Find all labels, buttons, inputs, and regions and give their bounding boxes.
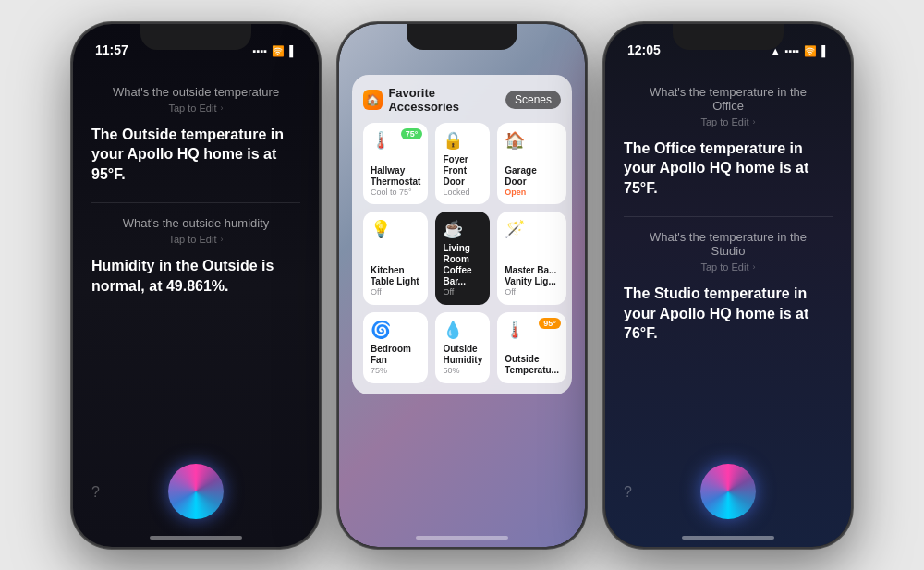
home-panel-header: 🏠 Favorite Accessories Scenes [363,86,561,114]
siri-help-3[interactable]: ? [624,484,632,501]
tile-badge-orange: 95° [539,318,561,329]
tile-outside-temp[interactable]: 95° 🌡️ OutsideTemperatu... [497,312,566,383]
siri-response-3: The Office temperature in your Apollo HQ… [624,139,833,199]
siri-tap-edit-4[interactable]: Tap to Edit › [624,261,833,273]
home-indicator-2[interactable] [416,536,508,540]
volume-up-button-2[interactable] [337,107,339,135]
status-bar-1: 11:57 ▪▪▪▪ 🛜 ▌ [73,24,319,63]
siri-orb-3 [700,464,756,519]
phone-2: 🏠 Favorite Accessories Scenes 75° 🌡️ Hal… [337,22,587,549]
tile-name-humidity: OutsideHumidity [443,344,482,366]
tile-status-humidity: 50% [443,366,482,376]
tile-coffee-bar[interactable]: ☕ Living RoomCoffee Bar... Off [435,212,490,305]
vanity-icon: 🪄 [505,219,559,239]
tile-garage-door[interactable]: 🏠 GarageDoor Open [497,123,566,205]
tile-vanity-light[interactable]: 🪄 Master Ba...Vanity Lig... Off [497,212,566,305]
phone-2-screen: 🏠 Favorite Accessories Scenes 75° 🌡️ Hal… [339,24,585,547]
tile-name-outside-temp: OutsideTemperatu... [505,354,559,376]
silent-switch[interactable] [71,181,73,218]
divider-3 [624,216,833,217]
tile-name-coffee: Living RoomCoffee Bar... [443,243,482,287]
tile-name-kitchen: KitchenTable Light [371,265,420,287]
volume-down-button-3[interactable] [603,144,605,172]
time-display-3: 12:05 [627,42,661,57]
chevron-right-icon: › [220,103,223,113]
siri-orb-ring [168,464,224,519]
signal-icon: ▪▪▪▪ [253,45,268,56]
status-bar-2 [339,24,585,63]
tile-name-fan: BedroomFan [371,344,420,366]
home-indicator-1[interactable] [150,536,242,540]
volume-up-button-3[interactable] [603,107,605,135]
scenes-button[interactable]: Scenes [505,91,561,109]
coffee-icon: ☕ [443,219,482,239]
home-indicator-3[interactable] [682,536,774,540]
tile-name-foyer: FoyerFront Door [443,154,482,188]
siri-help-1[interactable]: ? [91,484,100,501]
home-accessories-grid: 75° 🌡️ HallwayThermostat Cool to 75° 🔒 F… [363,123,561,383]
tile-foyer-door[interactable]: 🔒 FoyerFront Door Locked [435,123,490,205]
humidity-icon: 💧 [443,320,482,340]
chevron-right-icon-3: › [752,117,755,127]
tile-name-garage: GarageDoor [505,165,559,188]
wifi-icon-3: 🛜 [804,45,817,57]
chevron-right-icon-4: › [752,262,755,272]
volume-down-button-2[interactable] [337,144,339,172]
siri-tap-edit-2[interactable]: Tap to Edit › [91,234,300,245]
power-button-3[interactable] [851,126,853,181]
location-icon: ▲ [771,45,781,56]
siri-response-4: The Studio temperature in your Apollo HQ… [624,284,833,344]
power-button-2[interactable] [585,126,587,181]
siri-orb-1 [168,464,224,519]
siri-response-1: The Outside temperature in your Apollo H… [91,125,300,185]
volume-up-button[interactable] [71,107,73,135]
tile-name-vanity: Master Ba...Vanity Lig... [505,265,559,287]
home-panel-title: Favorite Accessories [388,86,505,114]
fan-icon: 🌀 [371,320,420,340]
home-title-wrap: 🏠 Favorite Accessories [363,86,505,114]
wifi-icon: 🛜 [272,45,285,57]
siri-orb-ring-3 [700,464,756,519]
siri-content-3: What's the temperature in theOffice Tap … [605,70,851,378]
siri-query-3: What's the temperature in theOffice [624,85,833,113]
garage-icon: 🏠 [505,130,559,151]
volume-down-button[interactable] [71,144,73,172]
tile-name-hallway: HallwayThermostat [371,165,420,188]
home-panel: 🏠 Favorite Accessories Scenes 75° 🌡️ Hal… [352,75,572,394]
light-icon: 💡 [371,219,420,239]
tile-status-hallway: Cool to 75° [371,188,420,198]
chevron-right-icon-2: › [220,235,223,244]
siri-query-4: What's the temperature in theStudio [624,230,833,258]
phone-1: 11:57 ▪▪▪▪ 🛜 ▌ What's the outside temper… [71,22,321,549]
status-bar-3: 12:05 ▲ ▪▪▪▪ 🛜 ▌ [605,24,851,63]
lock-icon: 🔒 [443,130,482,151]
phone-1-screen: 11:57 ▪▪▪▪ 🛜 ▌ What's the outside temper… [73,24,319,547]
siri-query-1: What's the outside temperature [91,85,300,99]
silent-switch-2[interactable] [337,181,339,218]
phone-3-screen: 12:05 ▲ ▪▪▪▪ 🛜 ▌ What's the temperature … [605,24,851,547]
siri-response-2: Humidity in the Outside is normal, at 49… [91,256,300,296]
status-icons-3: ▲ ▪▪▪▪ 🛜 ▌ [771,45,829,57]
siri-query-2: What's the outside humidity [91,216,300,230]
status-icons-1: ▪▪▪▪ 🛜 ▌ [253,45,297,57]
home-app-icon: 🏠 [363,90,383,110]
silent-switch-3[interactable] [603,181,605,218]
tile-status-garage: Open [505,188,559,198]
siri-tap-edit-1[interactable]: Tap to Edit › [91,103,300,114]
phone-3: 12:05 ▲ ▪▪▪▪ 🛜 ▌ What's the temperature … [603,22,853,549]
power-button[interactable] [319,126,321,181]
tile-hallway-thermostat[interactable]: 75° 🌡️ HallwayThermostat Cool to 75° [363,123,428,205]
tile-status-fan: 75% [371,366,420,376]
divider-1 [91,202,300,203]
tile-status-kitchen: Off [371,287,420,297]
battery-icon: ▌ [289,45,297,56]
tile-outside-humidity[interactable]: 💧 OutsideHumidity 50% [435,312,490,383]
tile-kitchen-light[interactable]: 💡 KitchenTable Light Off [363,212,428,305]
tile-bedroom-fan[interactable]: 🌀 BedroomFan 75% [363,312,428,383]
tile-status-foyer: Locked [443,188,482,198]
tile-status-vanity: Off [505,287,559,297]
siri-tap-edit-3[interactable]: Tap to Edit › [624,116,833,127]
time-display-1: 11:57 [95,42,128,57]
signal-icon-3: ▪▪▪▪ [785,45,800,56]
siri-content-1: What's the outside temperature Tap to Ed… [73,70,319,330]
